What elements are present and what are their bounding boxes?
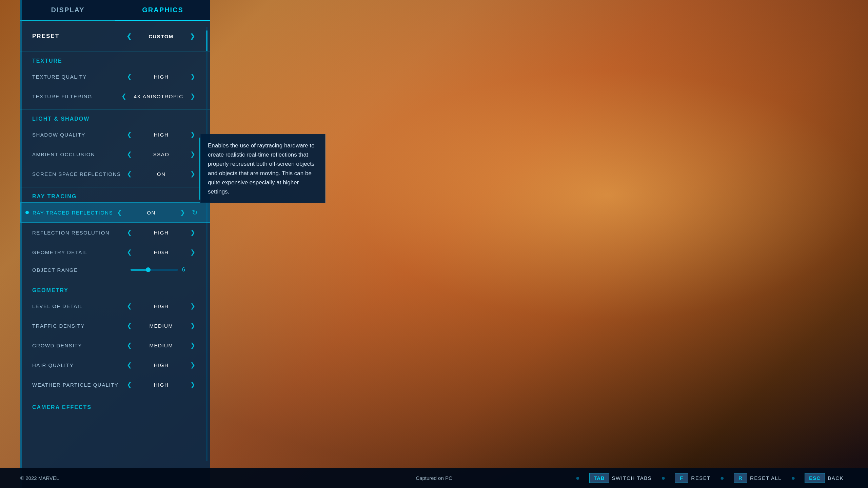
setting-traffic-density: TRAFFIC DENSITY ❮ MEDIUM ❯: [20, 316, 210, 336]
setting-weather-particle-quality: WEATHER PARTICLE QUALITY ❮ HIGH ❯: [20, 375, 210, 394]
setting-ambient-occlusion: AMBIENT OCCLUSION ❮ SSAO ❯: [20, 144, 210, 164]
object-range-value: 6: [182, 267, 189, 273]
preset-row: PRESET ❮ CUSTOM ❯: [20, 24, 210, 48]
label-switch-tabs: SWITCH TABS: [612, 475, 652, 481]
divider-1: ●: [576, 474, 580, 482]
traffic-density-prev[interactable]: ❮: [124, 321, 135, 331]
key-esc: ESC: [805, 473, 825, 483]
divider-3: ●: [720, 474, 724, 482]
lod-prev[interactable]: ❮: [124, 301, 135, 311]
shadow-quality-next[interactable]: ❯: [188, 129, 199, 140]
object-range-slider[interactable]: 6: [131, 267, 198, 273]
captured-text: Captured on PC: [416, 475, 452, 481]
ambient-occlusion-prev[interactable]: ❮: [124, 149, 135, 159]
divider-4: ●: [791, 474, 795, 482]
reflection-res-prev[interactable]: ❮: [124, 227, 135, 238]
panel-border: [20, 0, 22, 488]
section-ray-tracing: RAY TRACING: [20, 187, 210, 202]
tab-display[interactable]: DISPLAY: [20, 0, 115, 20]
setting-level-of-detail: LEVEL OF DETAIL ❮ HIGH ❯: [20, 296, 210, 316]
rtr-prev[interactable]: ❮: [114, 207, 125, 218]
preset-label: PRESET: [32, 33, 124, 40]
preset-prev-btn[interactable]: ❮: [124, 31, 135, 41]
key-f: F: [675, 473, 688, 483]
ambient-occlusion-next[interactable]: ❯: [188, 149, 199, 159]
control-back: ESC BACK: [805, 473, 844, 483]
setting-object-range: OBJECT RANGE 6: [20, 262, 210, 278]
slider-track: [131, 269, 178, 271]
settings-panel: DISPLAY GRAPHICS PRESET ❮ CUSTOM ❯ TEXTU…: [20, 0, 210, 488]
ssr-next[interactable]: ❯: [188, 169, 199, 179]
tooltip-bar: [199, 138, 200, 200]
traffic-density-next[interactable]: ❯: [188, 321, 199, 331]
hair-quality-next[interactable]: ❯: [188, 360, 199, 370]
setting-hair-quality: HAIR QUALITY ❮ HIGH ❯: [20, 355, 210, 375]
preset-value: CUSTOM: [139, 34, 183, 39]
key-tab: TAB: [589, 473, 609, 483]
lod-next[interactable]: ❯: [188, 301, 199, 311]
preset-control: ❮ CUSTOM ❯: [124, 31, 198, 41]
setting-texture-filtering: TEXTURE FILTERING ❮ 4X ANISOTROPIC ❯: [20, 86, 210, 106]
setting-shadow-quality: SHADOW QUALITY ❮ HIGH ❯: [20, 125, 210, 144]
setting-geometry-detail: GEOMETRY DETAIL ❮ HIGH ❯: [20, 242, 210, 262]
label-reset-all: RESET ALL: [750, 475, 782, 481]
crowd-density-prev[interactable]: ❮: [124, 340, 135, 350]
tab-graphics[interactable]: GRAPHICS: [115, 0, 210, 21]
section-camera-effects: CAMERA EFFECTS: [20, 398, 210, 413]
rtr-next[interactable]: ❯: [177, 207, 189, 218]
control-tab: TAB SWITCH TABS: [589, 473, 652, 483]
setting-texture-quality: TEXTURE QUALITY ❮ HIGH ❯: [20, 67, 210, 86]
section-texture: TEXTURE: [20, 52, 210, 67]
hair-quality-prev[interactable]: ❮: [124, 360, 135, 370]
key-r: R: [734, 473, 747, 483]
reflection-res-next[interactable]: ❯: [188, 227, 199, 238]
controls-area: ● TAB SWITCH TABS ● F RESET ● R RESET AL…: [573, 473, 848, 483]
setting-crowd-density: CROWD DENSITY ❮ MEDIUM ❯: [20, 336, 210, 355]
section-light-shadow: LIGHT & SHADOW: [20, 109, 210, 125]
texture-filtering-prev[interactable]: ❮: [119, 91, 130, 101]
geometry-detail-prev[interactable]: ❮: [124, 247, 135, 257]
control-reset-all: R RESET ALL: [734, 473, 782, 483]
tooltip: Enables the use of raytracing hardware t…: [200, 134, 326, 203]
geometry-detail-next[interactable]: ❯: [188, 247, 199, 257]
weather-particle-next[interactable]: ❯: [188, 380, 199, 390]
crowd-density-next[interactable]: ❯: [188, 340, 199, 350]
preset-next-btn[interactable]: ❯: [187, 31, 198, 41]
ssr-prev[interactable]: ❮: [124, 169, 135, 179]
texture-quality-prev[interactable]: ❮: [124, 72, 135, 82]
setting-screen-space-reflections: SCREEN SPACE REFLECTIONS ❮ ON ❯: [20, 164, 210, 184]
texture-quality-next[interactable]: ❯: [188, 72, 199, 82]
label-back: BACK: [828, 475, 844, 481]
scrollbar-thumb: [206, 30, 208, 51]
setting-ray-traced-reflections[interactable]: RAY-TRACED REFLECTIONS ❮ ON ❯ ↻: [20, 202, 210, 223]
label-reset: RESET: [691, 475, 711, 481]
shadow-quality-prev[interactable]: ❮: [124, 129, 135, 140]
section-geometry: GEOMETRY: [20, 281, 210, 296]
active-indicator: [25, 211, 29, 214]
reset-icon[interactable]: ↻: [192, 208, 198, 217]
settings-content: PRESET ❮ CUSTOM ❯ TEXTURE TEXTURE QUALIT…: [20, 21, 210, 488]
control-reset: F RESET: [675, 473, 711, 483]
copyright-text: © 2022 MARVEL: [20, 475, 573, 481]
slider-thumb: [146, 267, 151, 272]
bottom-bar: © 2022 MARVEL Captured on PC ● TAB SWITC…: [0, 468, 868, 488]
divider-2: ●: [661, 474, 665, 482]
weather-particle-prev[interactable]: ❮: [124, 380, 135, 390]
tabs-container: DISPLAY GRAPHICS: [20, 0, 210, 21]
texture-filtering-next[interactable]: ❯: [188, 91, 199, 101]
setting-reflection-resolution: REFLECTION RESOLUTION ❮ HIGH ❯: [20, 223, 210, 242]
tooltip-text: Enables the use of raytracing hardware t…: [208, 142, 315, 195]
